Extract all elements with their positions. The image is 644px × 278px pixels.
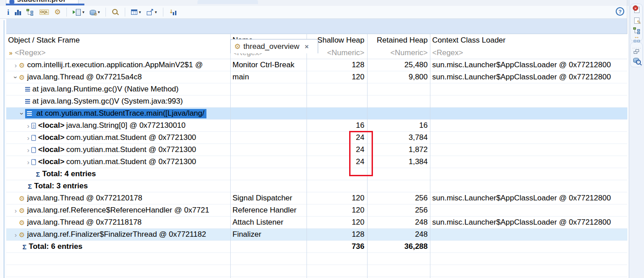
column-grid-line: [367, 34, 368, 278]
info-button[interactable]: i: [6, 7, 10, 17]
column-header-label: Object / Stack Frame: [8, 36, 80, 45]
oql-icon: OQL: [39, 9, 49, 15]
cell-retained-heap: 1,872: [367, 144, 430, 156]
chevron-right-icon[interactable]: ›: [25, 135, 31, 141]
compare-button[interactable]: ↗: [168, 7, 178, 17]
table-row[interactable]: ›at com.yutian.mat.StudentTrace.main([Lj…: [6, 108, 627, 120]
total-label: Total: 4 entries: [42, 169, 96, 178]
object-local-icon: [31, 135, 36, 141]
table-row[interactable]: ›<local>com.yutian.mat.Student @ 0x77213…: [6, 156, 627, 168]
info-icon: i: [7, 9, 9, 16]
chevron-right-icon[interactable]: ›: [25, 147, 31, 153]
filter-cell-3[interactable]: <Numeric>: [367, 47, 430, 59]
cell-object-stack-frame: ›<local>com.yutian.mat.Student @ 0x77213…: [6, 156, 230, 168]
table-row[interactable]: ›⚙java.lang.ref.Reference$ReferenceHandl…: [6, 204, 627, 217]
selected-cell-highlight: at com.yutian.mat.StudentTrace.main([Lja…: [25, 109, 206, 118]
query-browser-button[interactable]: ▾: [72, 7, 85, 17]
calculator-button[interactable]: ▾: [130, 7, 142, 17]
inspect-heap-button[interactable]: [632, 56, 641, 65]
search-button[interactable]: [111, 7, 120, 17]
help-icon[interactable]: ?: [616, 7, 624, 16]
chevron-down-icon[interactable]: ›: [19, 110, 26, 117]
search-icon: [112, 9, 119, 16]
chevron-right-icon[interactable]: ›: [13, 62, 19, 69]
oql-button[interactable]: OQL: [39, 7, 50, 17]
expand-columns-button[interactable]: ↔: [632, 34, 641, 43]
heap-dump-button[interactable]: ⚙▾: [89, 7, 101, 17]
table-row[interactable]: ›⚙com.intellij.rt.execution.application.…: [6, 59, 627, 71]
value: 120: [352, 206, 364, 215]
filter-placeholder: <Regex>: [15, 48, 46, 57]
edit-report-button[interactable]: ✎: [632, 16, 641, 25]
table-row[interactable]: ›[]<local>java.lang.String[0] @ 0x772130…: [6, 120, 627, 132]
object-label: java.lang.Thread @ 0x772118178: [27, 218, 141, 227]
tab-thread-overview[interactable]: ⚙thread_overview×: [230, 39, 318, 53]
table-row[interactable]: ›⚙java.lang.ref.Finalizer$FinalizerThrea…: [6, 229, 627, 241]
column-header-4[interactable]: Context Class Loader: [430, 34, 627, 47]
tile-views-button[interactable]: [632, 48, 641, 56]
cell-object-stack-frame: ›<local>com.yutian.mat.Student @ 0x77213…: [6, 144, 230, 156]
filter-cell-4[interactable]: <Regex>: [430, 47, 627, 59]
dropdown-caret-icon[interactable]: ▾: [98, 10, 100, 14]
sigma-icon: Σ: [28, 183, 32, 190]
cell-retained-heap: [367, 168, 430, 180]
table-row[interactable]: ›⚙java.lang.Thread @ 0x77215a4c8main1209…: [6, 71, 627, 83]
table-row[interactable]: at java.lang.Runtime.gc()V (Native Metho…: [6, 83, 627, 96]
cell-context-class-loader: [430, 108, 627, 119]
empty-row: [6, 253, 627, 265]
cell-name: [230, 108, 307, 119]
table-row[interactable]: at java.lang.System.gc()V (System.java:9…: [6, 96, 627, 108]
value: main: [232, 73, 249, 82]
column-header-3[interactable]: Retained Heap: [367, 34, 430, 47]
cell-name: Finalizer: [230, 229, 307, 240]
thread-gear-icon: ⚙: [19, 231, 25, 238]
local-prefix: <local>: [38, 121, 65, 130]
filter-cell-0[interactable]: »<Regex>: [6, 47, 230, 59]
dropdown-caret-icon[interactable]: ▾: [155, 10, 157, 14]
sigma-icon: Σ: [22, 243, 26, 250]
cell-context-class-loader: sun.misc.Launcher$AppClassLoader @ 0x772…: [430, 71, 627, 83]
error-report-button[interactable]: ×: [632, 5, 641, 14]
thread-gear-icon: ⚙: [19, 62, 25, 69]
object-label: java.lang.String[0] @ 0x772130010: [66, 121, 186, 130]
chevron-right-icon[interactable]: ›: [13, 207, 19, 214]
array-local-icon: []: [31, 123, 36, 129]
total-label: Total: 3 entries: [34, 182, 88, 191]
stack-frame-icon: [25, 87, 30, 91]
total-row[interactable]: ΣTotal: 6 entries73636,288: [6, 241, 627, 253]
value: 24: [356, 145, 364, 154]
cell-context-class-loader: [430, 241, 627, 252]
chevron-right-icon[interactable]: ›: [13, 231, 19, 238]
table-row[interactable]: ⚙java.lang.Thread @ 0x772118178Attach Li…: [6, 217, 627, 229]
export-button[interactable]: ↗▾: [145, 7, 158, 17]
table-row[interactable]: ⚙java.lang.Thread @ 0x772120178Signal Di…: [6, 192, 627, 204]
column-grid-line: [307, 34, 307, 278]
total-row[interactable]: ΣTotal: 4 entries: [6, 168, 627, 180]
object-label: com.yutian.mat.Student @ 0x7721300: [66, 157, 196, 166]
thread-overview-gear-button[interactable]: ⚙: [53, 7, 61, 17]
chevron-down-icon[interactable]: ›: [13, 74, 19, 80]
filter-placeholder: <Regex>: [432, 48, 463, 57]
chevron-right-icon[interactable]: ›: [25, 122, 31, 129]
table-row[interactable]: ›<local>com.yutian.mat.Student @ 0x77213…: [6, 132, 627, 144]
cell-shallow-heap: [307, 180, 367, 192]
value: 1,384: [408, 157, 428, 166]
column-header-0[interactable]: Object / Stack Frame: [6, 34, 230, 47]
sigma-icon: Σ: [36, 171, 40, 178]
heap-dump-icon: ⚙: [90, 9, 96, 16]
total-label: Total: 6 entries: [29, 242, 83, 251]
dropdown-caret-icon[interactable]: ▾: [139, 10, 141, 14]
histogram-button[interactable]: [14, 7, 22, 17]
thread-gear-icon: ⚙: [19, 195, 25, 202]
table-row[interactable]: ›<local>com.yutian.mat.Student @ 0x77213…: [6, 144, 627, 156]
left-margin-strip: [0, 19, 6, 278]
cell-name: [230, 156, 307, 168]
chevron-right-icon[interactable]: ›: [25, 159, 31, 165]
cell-context-class-loader: [430, 253, 627, 265]
close-icon[interactable]: ×: [305, 43, 309, 50]
cell-object-stack-frame: at java.lang.Runtime.gc()V (Native Metho…: [6, 83, 230, 95]
dropdown-caret-icon[interactable]: ▾: [82, 10, 84, 14]
cell-retained-heap: [367, 253, 430, 265]
dominator-tree-button[interactable]: [26, 7, 35, 17]
total-row[interactable]: ΣTotal: 3 entries: [6, 180, 627, 192]
